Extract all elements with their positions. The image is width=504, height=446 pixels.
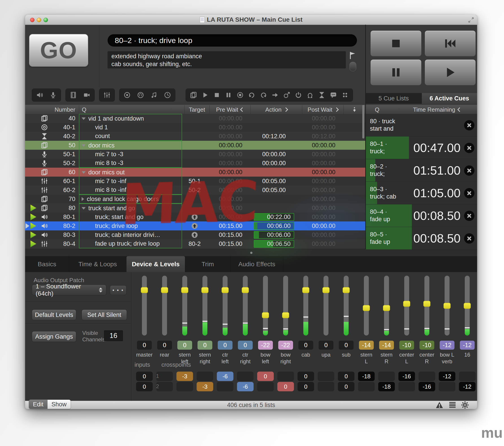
fader-track[interactable] xyxy=(142,276,147,336)
fader-track[interactable] xyxy=(303,276,308,336)
power-icon[interactable] xyxy=(295,91,302,99)
action-cell[interactable] xyxy=(248,168,300,177)
crosspoint-cell[interactable]: -6 xyxy=(237,382,253,391)
default-levels-button[interactable]: Default Levels xyxy=(32,309,76,320)
pre-wait-cell[interactable]: 00:00.00 xyxy=(207,177,248,186)
scroll-dot[interactable] xyxy=(250,252,252,254)
dart-icon[interactable] xyxy=(283,91,290,99)
play-button[interactable] xyxy=(425,59,476,85)
crosspoint-cell[interactable]: -6 xyxy=(217,372,234,381)
cue-name-cell[interactable]: close and lock cargo doors xyxy=(79,195,182,203)
cue-name-cell[interactable]: vid 1 xyxy=(79,123,182,132)
action-cell[interactable]: 00:00.00 xyxy=(248,159,300,168)
channel-level-value[interactable]: 0 xyxy=(298,341,313,350)
fader-track[interactable] xyxy=(182,276,187,336)
memo-icon[interactable] xyxy=(330,91,337,99)
pre-wait-cell[interactable]: 00:00.00 xyxy=(207,132,248,141)
cue-name-cell[interactable]: truck; start and go xyxy=(79,213,182,221)
stop-button[interactable] xyxy=(370,31,421,56)
music-icon[interactable] xyxy=(150,91,158,99)
cue-name-cell[interactable]: door mics out xyxy=(79,168,182,177)
fade-icon[interactable] xyxy=(103,91,110,99)
audio-patch-dropdown[interactable]: 1 – Soundflower (64ch) xyxy=(32,285,106,295)
fader-track[interactable] xyxy=(465,276,470,336)
crosspoint-cell[interactable]: 0 xyxy=(338,372,355,381)
disclosure-closed-icon[interactable] xyxy=(82,197,84,201)
channel-level-value[interactable]: -12 xyxy=(440,341,454,350)
cue-row-80-1[interactable]: 80-1truck; start and go00:00.0000:22.000… xyxy=(25,213,365,221)
crosspoint-cell[interactable] xyxy=(439,382,455,391)
action-cell[interactable]: 00:06.00 xyxy=(248,221,300,230)
assign-gangs-button[interactable]: Assign Gangs xyxy=(32,331,76,342)
action-cell[interactable]: 00:06.00 xyxy=(248,230,300,239)
cue-number[interactable]: 80-4 xyxy=(51,239,79,248)
post-wait-cell[interactable]: 00:00.00 xyxy=(300,141,341,150)
fader-track[interactable] xyxy=(364,276,369,336)
channel-level-value[interactable]: 0 xyxy=(218,341,233,350)
pre-wait-cell[interactable]: 00:00.00 xyxy=(207,203,248,213)
column-continue[interactable] xyxy=(343,105,365,114)
devamp-icon[interactable] xyxy=(306,91,314,99)
cue-row-80-2[interactable]: 80-2truck; drive loop00:15.0000:06.0000:… xyxy=(25,221,365,230)
cue-name-cell[interactable]: truck; cab interior drivi… xyxy=(79,230,182,239)
channel-level-value[interactable]: -22 xyxy=(258,341,273,350)
channel-level-value[interactable]: 0 xyxy=(157,341,172,350)
active-cue-row[interactable]: 80–5 · fade up00:08.50 xyxy=(366,227,477,250)
stop-cue-button[interactable] xyxy=(464,233,474,244)
column-action[interactable]: Action xyxy=(251,105,302,114)
vertical-scrollbar[interactable] xyxy=(362,105,364,139)
resize-icon[interactable] xyxy=(468,17,474,23)
crosspoint-cell[interactable]: -12 xyxy=(439,372,455,381)
pre-wait-cell[interactable]: 00:00.00 xyxy=(207,213,248,221)
camera-icon[interactable] xyxy=(83,91,90,99)
fader-track[interactable] xyxy=(404,276,409,336)
stop-cue-button[interactable] xyxy=(464,165,474,176)
cue-row-60-1[interactable]: 60-1mic 7 to -inf50-100:00.0000:05.0000:… xyxy=(25,177,365,186)
post-wait-cell[interactable]: 00:00.00 xyxy=(300,239,341,248)
active-cue-row[interactable]: 80–2 · truck;01:51.00 xyxy=(366,159,477,182)
column-q[interactable]: Q xyxy=(79,105,184,114)
pre-wait-cell[interactable]: 00:00.00 xyxy=(207,114,248,123)
fader-knob[interactable] xyxy=(403,301,410,307)
channel-level-value[interactable]: 0 xyxy=(177,341,192,350)
midi-icon[interactable] xyxy=(137,91,144,99)
post-wait-cell[interactable]: 00:00.00 xyxy=(300,114,341,123)
fader-knob[interactable] xyxy=(444,303,451,309)
title-bar[interactable]: LA RUTA SHOW – Main Cue List xyxy=(25,15,477,25)
bullseye-icon[interactable] xyxy=(124,91,131,99)
pre-wait-cell[interactable]: 00:15.00 xyxy=(207,221,248,230)
cue-name-cell[interactable]: truck; drive loop xyxy=(79,221,182,230)
redo-icon[interactable] xyxy=(260,91,267,99)
cue-row-80-3[interactable]: 80-3truck; cab interior drivi…00:15.0000… xyxy=(25,230,365,239)
cue-notes[interactable]: extended highway road ambiance cab sound… xyxy=(108,51,346,68)
flag-icon[interactable] xyxy=(349,51,357,60)
crosspoint-cell[interactable]: -18 xyxy=(378,382,395,391)
column-target[interactable]: Target xyxy=(184,105,209,114)
pre-wait-cell[interactable]: 00:15.00 xyxy=(207,239,248,248)
cue-row-70[interactable]: 70close and lock cargo doors00:00.0000:0… xyxy=(25,195,365,203)
action-cell[interactable] xyxy=(248,114,300,123)
crosspoint-cell[interactable] xyxy=(358,382,375,391)
fader-knob[interactable] xyxy=(363,305,370,311)
notes-toggle-button[interactable] xyxy=(350,62,356,71)
cue-name-cell[interactable]: vid 1 and countdown xyxy=(79,114,182,123)
tab-device-levels[interactable]: Device & Levels xyxy=(126,256,185,272)
action-cell[interactable] xyxy=(248,141,300,150)
crosspoint-cell[interactable]: -16 xyxy=(419,382,435,391)
fader-knob[interactable] xyxy=(342,287,350,293)
active-cue-row[interactable]: 80–1 · truck;00:47.00 xyxy=(366,137,477,159)
fader-track[interactable] xyxy=(202,276,207,336)
post-wait-cell[interactable]: 00:00.00 xyxy=(300,221,341,230)
cue-name-cell[interactable]: mic 8 to -inf xyxy=(79,186,182,195)
fader-track[interactable] xyxy=(243,276,248,336)
fader-track[interactable] xyxy=(263,276,268,336)
crosspoint-cell[interactable] xyxy=(237,372,253,381)
stop-icon[interactable] xyxy=(213,91,220,99)
goto-icon[interactable] xyxy=(271,91,279,99)
crosspoint-cell[interactable]: -16 xyxy=(398,372,415,381)
crosspoint-cell[interactable]: -18 xyxy=(358,372,375,381)
fader-track[interactable] xyxy=(162,276,167,336)
cue-number[interactable]: 60 xyxy=(51,168,79,177)
action-cell[interactable]: 00:06.50 xyxy=(248,239,300,248)
stop-cue-button[interactable] xyxy=(464,120,474,130)
